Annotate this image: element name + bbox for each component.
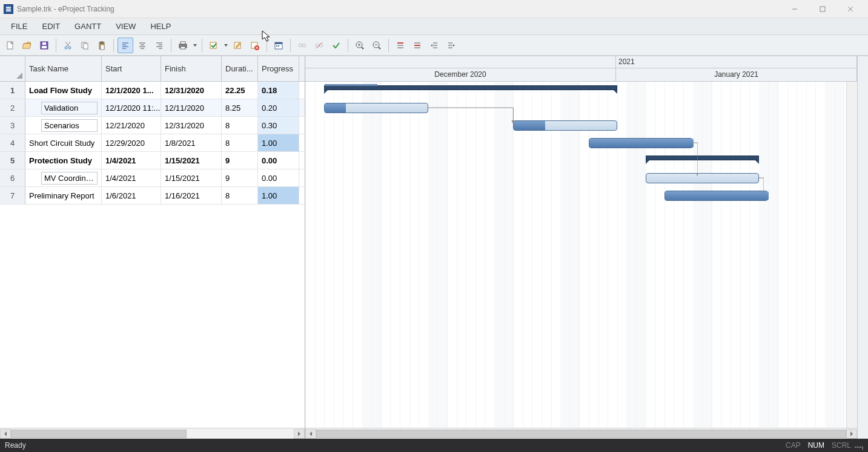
task-check-icon[interactable] [206, 38, 222, 53]
cell-task-name[interactable]: Short Circuit Study [25, 134, 102, 151]
cell-duration[interactable]: 8 [222, 117, 258, 134]
align-center-icon[interactable] [134, 38, 150, 53]
menu-help[interactable]: HELP [143, 19, 178, 33]
cell-finish[interactable]: 12/31/2020 [161, 117, 222, 134]
col-header-start[interactable]: Start [102, 56, 161, 81]
align-right-icon[interactable] [151, 38, 167, 53]
cell-start[interactable]: 12/21/2020 [102, 117, 161, 134]
cell-duration[interactable]: 9 [222, 169, 258, 186]
print-dropdown-icon[interactable] [192, 44, 198, 47]
cell-progress[interactable]: 0.00 [258, 169, 299, 186]
row-number[interactable]: 7 [0, 187, 25, 204]
cell-start[interactable]: 1/4/2021 [102, 152, 161, 169]
cell-progress[interactable]: 1.00 [258, 134, 299, 151]
copy-icon[interactable] [77, 38, 93, 53]
cell-duration[interactable]: 9 [222, 152, 258, 169]
zoom-in-icon[interactable] [352, 38, 368, 53]
row-number[interactable]: 1 [0, 82, 25, 99]
row-number[interactable]: 5 [0, 152, 25, 169]
table-row[interactable]: 6MV Coordinati...1/4/20211/15/202190.00 [0, 169, 305, 187]
cell-start[interactable]: 12/29/2020 [102, 134, 161, 151]
print-icon[interactable] [175, 38, 191, 53]
grid-select-all-corner[interactable] [0, 56, 25, 81]
cell-duration[interactable]: 8.25 [222, 99, 258, 116]
cell-duration[interactable]: 8 [222, 134, 258, 151]
table-row[interactable]: 1Load Flow Study12/1/2020 1...12/31/2020… [0, 82, 305, 99]
gantt-scroll-left-icon[interactable] [305, 429, 316, 439]
cell-finish[interactable]: 1/8/2021 [161, 134, 222, 151]
cell-task-name[interactable]: Protection Study [25, 152, 102, 169]
cell-finish[interactable]: 1/15/2021 [161, 152, 222, 169]
baseline-mid-icon[interactable] [409, 38, 425, 53]
minimize-button[interactable] [781, 0, 809, 18]
cell-progress[interactable]: 0.30 [258, 117, 299, 134]
outdent-icon[interactable] [426, 38, 442, 53]
menu-gantt[interactable]: GANTT [67, 19, 108, 33]
row-number[interactable]: 2 [0, 99, 25, 116]
open-file-icon[interactable] [19, 38, 35, 53]
menu-edit[interactable]: EDIT [35, 19, 67, 33]
col-header-finish[interactable]: Finish [161, 56, 222, 81]
table-row[interactable]: 3Scenarios12/21/202012/31/202080.30 [0, 117, 305, 134]
table-row[interactable]: 5Protection Study1/4/20211/15/202190.00 [0, 152, 305, 169]
close-button[interactable] [837, 0, 864, 18]
cell-duration[interactable]: 8 [222, 187, 258, 204]
task-edit-icon[interactable] [230, 38, 246, 53]
cell-start[interactable]: 12/1/2020 11:... [102, 99, 161, 116]
table-row[interactable]: 2Validation12/1/2020 11:...12/11/20208.2… [0, 99, 305, 117]
menu-view[interactable]: VIEW [108, 19, 143, 33]
indent-icon[interactable] [443, 38, 459, 53]
gantt-task-bar[interactable] [646, 173, 759, 183]
task-delete-icon[interactable] [247, 38, 263, 53]
cell-start[interactable]: 1/4/2021 [102, 169, 161, 186]
gantt-summary-bar[interactable] [324, 85, 617, 90]
checkmark-icon[interactable] [328, 38, 344, 53]
task-check-dropdown-icon[interactable] [223, 44, 229, 47]
table-row[interactable]: 4Short Circuit Study12/29/20201/8/202181… [0, 134, 305, 152]
save-file-icon[interactable] [36, 38, 52, 53]
table-row[interactable]: 7Preliminary Report1/6/20211/16/202181.0… [0, 187, 305, 205]
baseline-top-icon[interactable] [393, 38, 408, 53]
cell-finish[interactable]: 12/11/2020 [161, 99, 222, 116]
gantt-summary-bar[interactable] [646, 156, 759, 160]
cell-task-name[interactable]: Preliminary Report [25, 187, 102, 204]
gantt-vertical-scrollbar[interactable] [846, 82, 857, 428]
cell-progress[interactable]: 0.18 [258, 82, 299, 99]
cell-finish[interactable]: 12/31/2020 [161, 82, 222, 99]
row-number[interactable]: 4 [0, 134, 25, 151]
cell-start[interactable]: 1/6/2021 [102, 187, 161, 204]
paste-icon[interactable] [94, 38, 110, 53]
cut-icon[interactable] [60, 38, 76, 53]
gantt-task-bar[interactable] [664, 191, 769, 201]
cell-duration[interactable]: 22.25 [222, 82, 258, 99]
cell-progress[interactable]: 1.00 [258, 187, 299, 204]
row-number[interactable]: 3 [0, 117, 25, 134]
col-header-duration[interactable]: Durati... [222, 56, 258, 81]
cell-progress[interactable]: 0.20 [258, 99, 299, 116]
align-left-icon[interactable] [118, 38, 133, 53]
cell-task-name[interactable]: Load Flow Study [25, 82, 102, 99]
gantt-task-bar[interactable] [589, 138, 693, 148]
gantt-task-bar[interactable] [324, 103, 428, 113]
cell-start[interactable]: 12/1/2020 1... [102, 82, 161, 99]
scroll-right-icon[interactable] [294, 429, 305, 439]
gantt-horizontal-scrollbar[interactable] [305, 428, 857, 439]
gantt-chart-body[interactable] [305, 82, 857, 428]
cell-task-name[interactable]: MV Coordinati... [25, 169, 102, 186]
col-header-progress[interactable]: Progress [258, 56, 299, 81]
grid-horizontal-scrollbar[interactable] [0, 428, 305, 439]
new-file-icon[interactable] [2, 38, 18, 53]
cell-finish[interactable]: 1/15/2021 [161, 169, 222, 186]
cell-progress[interactable]: 0.00 [258, 152, 299, 169]
row-number[interactable]: 6 [0, 169, 25, 186]
maximize-button[interactable] [809, 0, 837, 18]
cell-finish[interactable]: 1/16/2021 [161, 187, 222, 204]
menu-file[interactable]: FILE [4, 19, 35, 33]
gantt-scroll-right-icon[interactable] [846, 429, 857, 439]
calendar-icon[interactable] [271, 38, 287, 53]
zoom-out-icon[interactable] [369, 38, 385, 53]
cell-task-name[interactable]: Validation [25, 99, 102, 116]
col-header-task[interactable]: Task Name [25, 56, 102, 81]
gantt-task-bar[interactable] [513, 120, 617, 131]
resize-grip-icon[interactable] [855, 441, 863, 450]
